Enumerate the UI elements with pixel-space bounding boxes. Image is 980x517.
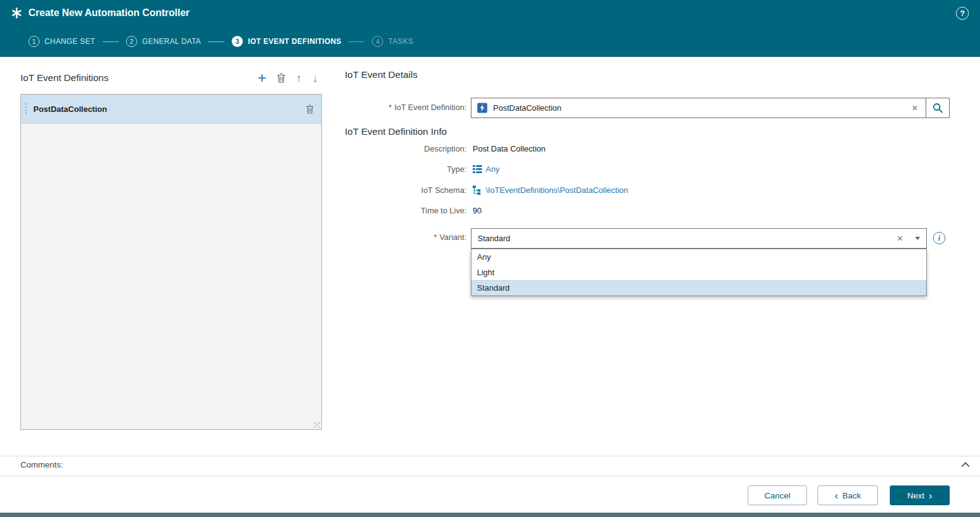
time-to-live-value: 90 [473,206,481,215]
iot-event-definitions-list[interactable]: PostDataCollection [20,94,322,430]
step-connector [348,41,365,42]
step-3-number: 3 [232,36,243,47]
iot-schema-link[interactable]: \IoTEventDefinitions\PostDataCollection [486,186,628,195]
comments-top-divider [0,456,980,456]
step-general-data[interactable]: 2 GENERAL DATA [126,36,201,47]
info-section-title: IoT Event Definition Info [345,126,447,137]
wizard-titlebar: Create New Automation Controller ? [0,0,980,26]
iot-schema-value: \IoTEventDefinitions\PostDataCollection [473,186,628,195]
step-2-label: GENERAL DATA [142,37,201,46]
step-iot-event-definitions[interactable]: 3 IOT EVENT DEFINITIONS [232,36,341,47]
iot-event-definition-value: PostDataCollection [493,103,562,113]
variant-label: *Variant: [345,233,467,242]
back-button[interactable]: ‹ Back [817,485,878,505]
back-label: Back [842,491,861,500]
option-standard[interactable]: Standard [471,280,926,296]
type-label: Type: [345,164,467,174]
variant-value: Standard [478,234,510,243]
iot-event-definition-input[interactable]: PostDataCollection × [471,98,950,118]
iot-event-definitions-panel-header: IoT Event Definitions + ↑ ↓ [20,69,322,87]
variant-dropdown-list: Any Light Standard [471,249,927,296]
step-3-label: IOT EVENT DEFINITIONS [248,37,341,46]
chevron-up-icon [961,462,970,468]
step-change-set[interactable]: 1 CHANGE SET [28,36,95,47]
option-light[interactable]: Light [471,265,926,280]
description-value: Post Data Collection [473,144,546,153]
iot-event-object-icon [477,103,488,113]
required-marker: * [389,103,392,112]
next-label: Next [907,491,924,500]
resize-grip-icon[interactable] [314,422,320,428]
step-connector [208,41,224,42]
next-button[interactable]: Next › [890,485,950,505]
move-down-icon[interactable]: ↓ [313,72,319,84]
step-4-number: 4 [372,36,383,47]
option-any[interactable]: Any [471,249,926,265]
iot-schema-label: IoT Schema: [345,186,467,195]
schema-tree-icon [473,186,482,195]
step-4-label: TASKS [388,37,413,46]
cancel-button[interactable]: Cancel [748,485,807,505]
chevron-left-icon: ‹ [835,490,838,501]
step-1-label: CHANGE SET [44,37,95,46]
clear-icon[interactable]: × [891,233,909,244]
wizard-title: Create New Automation Controller [28,7,190,19]
search-button[interactable] [926,98,949,118]
comments-label: Comments: [20,460,63,469]
step-2-number: 2 [126,36,137,47]
search-icon [932,103,943,113]
chevron-down-icon [915,237,920,240]
step-tasks[interactable]: 4 TASKS [372,36,413,47]
delete-icon[interactable] [277,73,285,83]
cancel-label: Cancel [764,491,790,500]
row-delete-icon[interactable] [306,105,314,114]
move-up-icon[interactable]: ↑ [296,72,302,84]
type-list-icon [473,165,482,173]
comments-bottom-divider [0,476,980,476]
details-section-title: IoT Event Details [345,69,418,80]
step-connector [103,41,119,42]
required-marker: * [434,233,437,242]
list-toolbar: + ↑ ↓ [258,72,318,84]
drag-handle-icon[interactable] [25,103,28,116]
chevron-right-icon: › [929,490,932,501]
type-link[interactable]: Any [486,164,499,174]
add-icon[interactable]: + [258,72,266,84]
left-panel-title: IoT Event Definitions [20,72,109,83]
clear-icon[interactable]: × [904,103,926,114]
dropdown-toggle[interactable] [909,229,926,248]
list-item[interactable]: PostDataCollection [21,95,321,124]
help-icon[interactable]: ? [956,7,969,20]
variant-combobox[interactable]: Standard × [471,228,927,249]
description-label: Description: [345,144,467,153]
app-asterisk-icon [11,7,22,19]
collapse-comments-button[interactable] [961,462,970,468]
type-value: Any [473,164,499,174]
iot-event-definition-label: *IoT Event Definition: [345,103,467,112]
info-icon[interactable]: i [933,232,945,244]
step-1-number: 1 [28,36,40,47]
list-item-label: PostDataCollection [33,105,107,114]
window-bottom-edge [0,513,980,517]
time-to-live-label: Time to Live: [345,206,467,215]
step-indicator: 1 CHANGE SET 2 GENERAL DATA 3 IOT EVENT … [0,26,980,57]
